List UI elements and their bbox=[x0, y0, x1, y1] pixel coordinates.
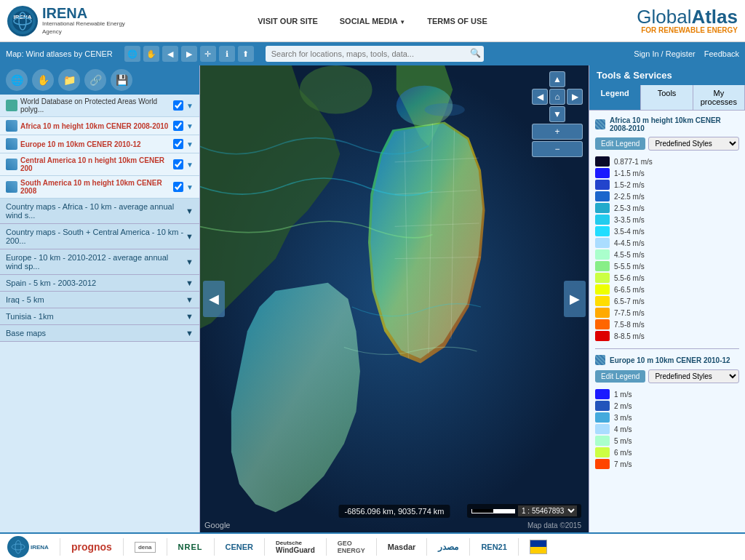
nav-up[interactable]: ▲ bbox=[549, 71, 565, 87]
layer-central-text[interactable]: Central America 10 n height 10km CENER 2… bbox=[20, 156, 170, 172]
eu-swatch-4 bbox=[595, 424, 610, 434]
nav-empty-tl bbox=[532, 71, 548, 87]
tool-arrow-left[interactable]: ◀ bbox=[162, 46, 178, 62]
svg-point-8 bbox=[397, 86, 453, 126]
nav-left[interactable]: ◀ bbox=[532, 89, 548, 105]
swatch-675 bbox=[595, 296, 610, 306]
sb-save-icon[interactable]: 💾 bbox=[111, 69, 132, 91]
main-content: 🌐 ✋ 📁 🔗 💾 World Database on Protected Ar… bbox=[0, 65, 745, 532]
section-country-south[interactable]: Country maps - South + Central America -… bbox=[0, 224, 199, 249]
header: IRENA IRENA International Renewable Ener… bbox=[0, 0, 745, 42]
legend-section-africa: Africa 10 m height 10km CENER 2008-2010 … bbox=[589, 111, 745, 482]
layer-europe-arrow[interactable]: ▼ bbox=[186, 140, 194, 148]
social-media-link[interactable]: SOCIAL MEDIA ▼ bbox=[340, 17, 405, 25]
irena-full-name: International Renewable Energy Agency bbox=[42, 20, 137, 36]
footer-sep-2 bbox=[123, 538, 124, 556]
layer-protected-text[interactable]: World Database on Protected Areas World … bbox=[20, 97, 170, 113]
section-tunisia[interactable]: Tunisia - 1km ▼ bbox=[0, 308, 199, 325]
europe-color-scale: 1 m/s 2 m/s 3 m/s 4 m/s 5 m/s 6 m/s 7 m/… bbox=[595, 389, 739, 469]
layer-protected-check[interactable] bbox=[173, 100, 183, 111]
tool-move[interactable]: ✛ bbox=[200, 46, 216, 62]
footer-windguard: DeutscheWindGuard bbox=[276, 537, 315, 557]
section-basemaps-arrow: ▼ bbox=[186, 329, 194, 337]
color-row-455: 4.5-5 m/s bbox=[595, 249, 739, 260]
layer-europe-text[interactable]: Europe 10 m 10km CENER 2010-12 bbox=[20, 140, 170, 148]
section-europe[interactable]: Europe - 10 km - 2010-2012 - average ann… bbox=[0, 249, 199, 275]
tool-info[interactable]: ℹ bbox=[219, 46, 235, 62]
tab-tools[interactable]: Tools bbox=[641, 85, 693, 110]
section-tunisia-arrow: ▼ bbox=[186, 312, 194, 321]
sb-globe-icon[interactable]: 🌐 bbox=[6, 69, 28, 91]
toolbar: Map: Wind atlases by CENER 🌐 ✋ ◀ ▶ ✛ ℹ ⬆… bbox=[0, 42, 745, 65]
search-input[interactable] bbox=[266, 46, 484, 62]
nav-zoom-out[interactable]: − bbox=[532, 141, 583, 157]
layer-central-check[interactable] bbox=[173, 159, 183, 169]
nav-zoom-in[interactable]: + bbox=[532, 124, 583, 140]
swatch-775 bbox=[595, 308, 610, 318]
tool-globe[interactable]: 🌐 bbox=[124, 46, 140, 62]
scale-select[interactable]: 1 : 55467893 bbox=[518, 505, 577, 516]
sign-in-link[interactable]: Sign In / Register bbox=[634, 49, 695, 58]
section-iraq[interactable]: Iraq - 5 km ▼ bbox=[0, 292, 199, 308]
map-coordinates: -6856.096 km, 9035.774 km bbox=[339, 505, 450, 518]
layer-africa-arrow[interactable]: ▼ bbox=[186, 122, 194, 130]
section-country-africa[interactable]: Country maps - Africa - 10 km - average … bbox=[0, 199, 199, 224]
color-row-556: 5.5-6 m/s bbox=[595, 273, 739, 283]
section-base-maps[interactable]: Base maps ▼ bbox=[0, 325, 199, 342]
tool-upload[interactable]: ⬆ bbox=[238, 46, 254, 62]
layer-protect-icon bbox=[6, 100, 17, 111]
swatch-445 bbox=[595, 238, 610, 248]
africa-edit-legend-btn[interactable]: Edit Legend bbox=[595, 137, 645, 150]
swatch-455 bbox=[595, 249, 610, 260]
svg-point-6 bbox=[300, 65, 372, 113]
global-atlas-text: GlobalAtlas bbox=[637, 7, 738, 26]
layer-europe-check[interactable] bbox=[173, 139, 183, 149]
footer-cener: CENER bbox=[226, 537, 254, 557]
color-row-152: 1.5-2 m/s bbox=[595, 180, 739, 190]
section-spain[interactable]: Spain - 5 km - 2003-2012 ▼ bbox=[0, 275, 199, 292]
visit-site-link[interactable]: VISIT OUR SITE bbox=[258, 17, 318, 25]
tab-legend[interactable]: Legend bbox=[589, 85, 641, 110]
europe-style-select[interactable]: Predefined Styles bbox=[648, 369, 739, 383]
map-area[interactable]: ◀ ▶ ▲ ◀ ⌂ ▶ ▼ + − -6856.096 km, 9035.774… bbox=[200, 65, 589, 532]
layer-africa-icon bbox=[6, 120, 17, 132]
section-iraq-arrow: ▼ bbox=[186, 295, 194, 304]
tools-header: Tools & Services bbox=[589, 65, 745, 85]
color-row-354: 3.5-4 m/s bbox=[595, 226, 739, 236]
tool-arrow-right[interactable]: ▶ bbox=[181, 46, 197, 62]
eu-color-7: 7 m/s bbox=[595, 459, 739, 469]
africa-legend-controls: Edit Legend Predefined Styles bbox=[595, 137, 739, 151]
map-arrow-left[interactable]: ◀ bbox=[203, 281, 225, 317]
sb-share-icon[interactable]: 🔗 bbox=[84, 69, 106, 91]
footer-sep-7 bbox=[376, 538, 377, 556]
layer-central-arrow[interactable]: ▼ bbox=[186, 161, 194, 169]
nav-down[interactable]: ▼ bbox=[549, 106, 565, 122]
swatch-152 bbox=[595, 180, 610, 190]
africa-style-select[interactable]: Predefined Styles bbox=[648, 137, 739, 151]
layer-africa-text[interactable]: Africa 10 m height 10km CENER 2008-2010 bbox=[20, 122, 170, 130]
sb-folder-icon[interactable]: 📁 bbox=[58, 69, 80, 91]
nav-right[interactable]: ▶ bbox=[567, 89, 583, 105]
footer-sep-3 bbox=[167, 538, 167, 556]
footer-dena: dena bbox=[135, 537, 156, 557]
eu-swatch-6 bbox=[595, 447, 610, 457]
tool-hand[interactable]: ✋ bbox=[143, 46, 159, 62]
terms-link[interactable]: TERMS OF USE bbox=[427, 17, 487, 25]
feedback-link[interactable]: Feedback bbox=[704, 49, 739, 58]
europe-edit-legend-btn[interactable]: Edit Legend bbox=[595, 370, 645, 383]
europe-legend-controls: Edit Legend Predefined Styles bbox=[595, 369, 739, 383]
layer-south-arrow[interactable]: ▼ bbox=[186, 183, 194, 191]
sb-hand-icon[interactable]: ✋ bbox=[32, 69, 54, 91]
nav-home[interactable]: ⌂ bbox=[549, 89, 565, 105]
nav-empty-br bbox=[567, 106, 583, 122]
layer-africa-check[interactable] bbox=[173, 121, 183, 131]
irena-logo: IRENA IRENA International Renewable Ener… bbox=[7, 6, 137, 36]
layer-protected-arrow[interactable]: ▼ bbox=[186, 102, 194, 110]
map-arrow-right[interactable]: ▶ bbox=[564, 281, 586, 317]
layer-south-text[interactable]: South America 10 m height 10km CENER 200… bbox=[20, 179, 170, 195]
eu-color-1: 1 m/s bbox=[595, 389, 739, 399]
color-row-758: 7.5-8 m/s bbox=[595, 319, 739, 329]
nav-empty-bl bbox=[532, 106, 548, 122]
tab-my-processes[interactable]: My processes bbox=[693, 85, 745, 110]
layer-south-check[interactable] bbox=[173, 182, 183, 192]
